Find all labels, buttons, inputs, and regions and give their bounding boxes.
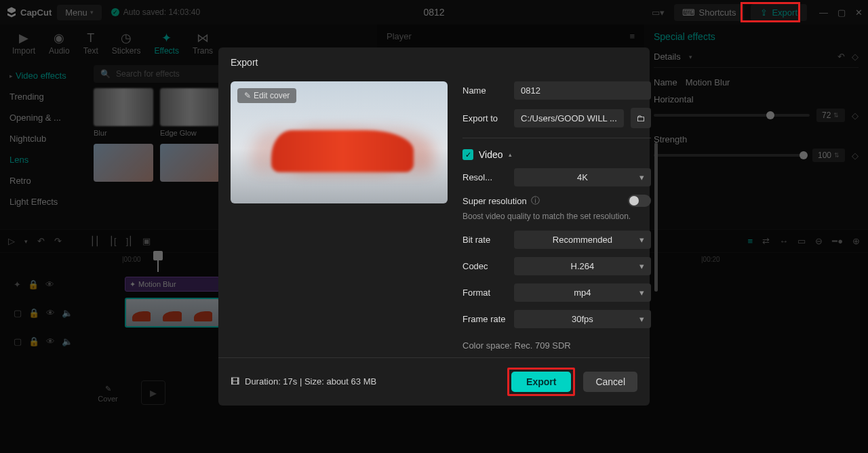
- dialog-scrollbar[interactable]: [654, 142, 658, 292]
- chevron-up-icon[interactable]: ▴: [509, 151, 512, 158]
- video-section-label: Video: [479, 149, 503, 160]
- codec-label: Codec: [462, 261, 507, 271]
- folder-icon: 🗀: [636, 113, 645, 123]
- resolution-label: Resol...: [462, 172, 507, 182]
- duration-info: 🎞 Duration: 17s | Size: about 63 MB: [231, 376, 376, 387]
- format-select[interactable]: mp4: [514, 283, 651, 302]
- film-icon: 🎞: [231, 376, 239, 387]
- super-resolution-hint: Boost video quality to match the set res…: [462, 211, 651, 222]
- name-input[interactable]: 0812: [514, 81, 651, 100]
- super-resolution-toggle[interactable]: [628, 195, 651, 207]
- format-label: Format: [462, 288, 507, 298]
- name-label: Name: [462, 85, 507, 96]
- bitrate-select[interactable]: Recommended: [514, 231, 651, 249]
- browse-folder-button[interactable]: 🗀: [631, 108, 651, 128]
- export-button[interactable]: Export: [511, 372, 571, 392]
- framerate-select[interactable]: 30fps: [514, 310, 651, 328]
- resolution-select[interactable]: 4K: [514, 168, 651, 186]
- edit-cover-button[interactable]: ✎ Edit cover: [237, 88, 296, 103]
- pencil-icon: ✎: [244, 91, 251, 100]
- cancel-button[interactable]: Cancel: [583, 372, 637, 392]
- export-to-label: Export to: [462, 113, 507, 123]
- super-resolution-label: Super resolution: [462, 196, 527, 206]
- framerate-label: Frame rate: [462, 314, 507, 324]
- export-highlight: Export: [507, 368, 575, 396]
- color-space-label: Color space: Rec. 709 SDR: [462, 340, 651, 351]
- export-dialog: Export ✎ Edit cover Name 0812 Export to: [218, 47, 650, 406]
- dialog-title: Export: [218, 47, 650, 75]
- export-preview: ✎ Edit cover: [231, 81, 448, 203]
- codec-select[interactable]: H.264: [514, 257, 651, 275]
- video-checkbox[interactable]: ✓: [462, 149, 473, 160]
- bitrate-label: Bit rate: [462, 235, 507, 245]
- export-path: C:/Users/GOOD WILL ...: [514, 109, 624, 127]
- info-icon[interactable]: ⓘ: [531, 195, 540, 207]
